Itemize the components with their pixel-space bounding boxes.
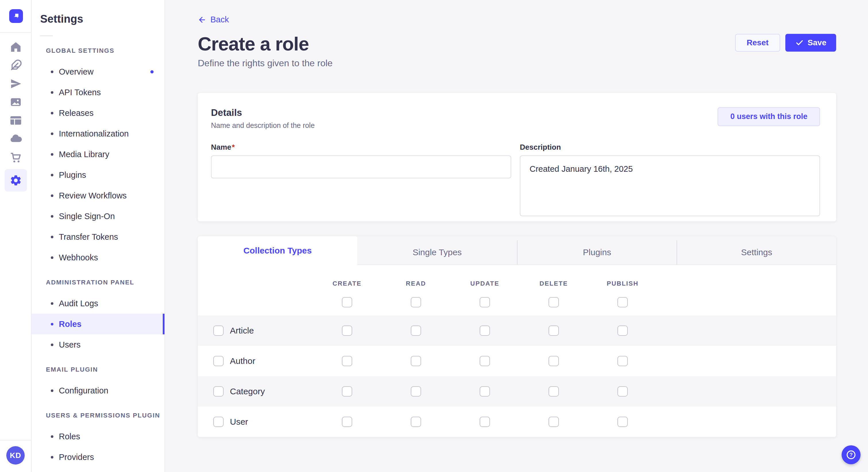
permissions-card: Collection Types Single Types Plugins Se… (198, 236, 836, 437)
sidebar-item-single-sign-on[interactable]: Single Sign-On (32, 206, 164, 227)
category-update-checkbox[interactable] (479, 386, 490, 397)
sidebar-item-internationalization[interactable]: Internationalization (32, 123, 164, 144)
article-read-checkbox[interactable] (411, 326, 421, 336)
bullet (51, 343, 53, 346)
sidebar-item-releases[interactable]: Releases (32, 103, 164, 123)
name-field-group: Name* (211, 143, 511, 217)
check-icon (795, 38, 804, 47)
sidebar-item-users[interactable]: Users (32, 334, 164, 355)
avatar[interactable]: KD (6, 446, 25, 465)
save-button[interactable]: Save (785, 34, 836, 52)
category-create-checkbox[interactable] (342, 386, 352, 397)
category-read-checkbox[interactable] (411, 386, 421, 397)
article-update-checkbox[interactable] (479, 326, 490, 336)
author-publish-checkbox[interactable] (617, 356, 628, 366)
name-input[interactable] (211, 156, 511, 178)
category-delete-checkbox[interactable] (549, 386, 559, 397)
bullet (51, 390, 53, 392)
details-fields: Name* Description Created January 16th, … (211, 143, 820, 217)
permissions-header-row: CREATE READ UPDATE DELETE PUBLISH (198, 280, 836, 287)
row-select-user-checkbox[interactable] (213, 417, 224, 427)
settings-sidebar: Settings GLOBAL SETTINGS Overview API To… (32, 0, 165, 472)
description-label: Description (520, 143, 820, 151)
tab-plugins[interactable]: Plugins (517, 240, 677, 265)
help-button[interactable]: ? (842, 445, 861, 464)
row-label: Article (230, 326, 254, 336)
sidebar-item-review-workflows[interactable]: Review Workflows (32, 185, 164, 206)
strapi-logo[interactable] (9, 9, 23, 23)
bullet (51, 456, 53, 459)
rail-divider (0, 32, 32, 33)
sidebar-item-media-library[interactable]: Media Library (32, 144, 164, 165)
required-asterisk: * (232, 143, 235, 151)
back-link[interactable]: Back (198, 15, 229, 24)
user-update-checkbox[interactable] (479, 417, 490, 427)
select-all-delete-checkbox[interactable] (549, 297, 559, 307)
sidebar-item-transfer-tokens[interactable]: Transfer Tokens (32, 227, 164, 247)
question-mark-icon: ? (845, 449, 857, 461)
select-all-read-checkbox[interactable] (411, 297, 421, 307)
section-label: GLOBAL SETTINGS (46, 46, 164, 55)
select-all-create-checkbox[interactable] (342, 297, 352, 307)
cloud-icon[interactable] (4, 133, 27, 145)
user-create-checkbox[interactable] (342, 417, 352, 427)
media-library-icon[interactable] (4, 96, 27, 108)
strapi-logo-glyph (12, 12, 20, 20)
row-select-article-checkbox[interactable] (213, 326, 224, 336)
description-field-group: Description Created January 16th, 2025 (520, 143, 820, 217)
bullet (51, 91, 53, 94)
tab-single-types[interactable]: Single Types (358, 240, 517, 265)
sidebar-item-roles-up[interactable]: Roles (32, 426, 164, 447)
notification-dot (150, 70, 154, 73)
paper-plane-icon[interactable] (4, 77, 27, 90)
user-publish-checkbox[interactable] (617, 417, 628, 427)
select-all-update-checkbox[interactable] (479, 297, 490, 307)
sidebar-item-webhooks[interactable]: Webhooks (32, 247, 164, 268)
users-with-role-button[interactable]: 0 users with this role (718, 107, 820, 126)
section-global-settings: GLOBAL SETTINGS Overview API Tokens Rele… (32, 46, 164, 268)
arrow-left-icon (198, 15, 206, 24)
column-header-read: READ (381, 280, 451, 287)
cart-icon[interactable] (4, 151, 27, 164)
article-publish-checkbox[interactable] (617, 326, 628, 336)
sidebar-item-audit-logs[interactable]: Audit Logs (32, 293, 164, 314)
article-delete-checkbox[interactable] (549, 326, 559, 336)
author-update-checkbox[interactable] (479, 356, 490, 366)
section-administration-panel: ADMINISTRATION PANEL Audit Logs Roles Us… (32, 278, 164, 355)
user-read-checkbox[interactable] (411, 417, 421, 427)
sidebar-item-providers[interactable]: Providers (32, 447, 164, 467)
sidebar-item-plugins[interactable]: Plugins (32, 165, 164, 185)
name-label: Name* (211, 143, 511, 151)
select-all-publish-checkbox[interactable] (617, 297, 628, 307)
description-textarea[interactable]: Created January 16th, 2025 (520, 156, 820, 216)
feather-icon[interactable] (4, 59, 27, 72)
column-header-create: CREATE (313, 280, 381, 287)
bullet (51, 236, 53, 238)
user-delete-checkbox[interactable] (549, 417, 559, 427)
home-icon[interactable] (4, 41, 27, 53)
author-read-checkbox[interactable] (411, 356, 421, 366)
author-create-checkbox[interactable] (342, 356, 352, 366)
article-create-checkbox[interactable] (342, 326, 352, 336)
tab-settings[interactable]: Settings (677, 240, 836, 265)
section-label: EMAIL PLUGIN (46, 365, 164, 374)
reset-button[interactable]: Reset (735, 34, 780, 52)
author-delete-checkbox[interactable] (549, 356, 559, 366)
tab-collection-types[interactable]: Collection Types (198, 236, 358, 265)
section-users-permissions-plugin: USERS & PERMISSIONS PLUGIN Roles Provide… (32, 411, 164, 467)
category-publish-checkbox[interactable] (617, 386, 628, 397)
column-header-publish: PUBLISH (588, 280, 657, 287)
sidebar-item-api-tokens[interactable]: API Tokens (32, 82, 164, 103)
row-select-category-checkbox[interactable] (213, 386, 224, 397)
row-select-author-checkbox[interactable] (213, 356, 224, 366)
header-actions: Reset Save (735, 34, 836, 52)
column-header-update: UPDATE (451, 280, 519, 287)
icon-rail: KD (0, 0, 32, 472)
layout-icon[interactable] (4, 114, 27, 127)
table-row-article: Article (198, 315, 836, 346)
sidebar-item-configuration[interactable]: Configuration (32, 380, 164, 401)
sidebar-item-roles-admin[interactable]: Roles (32, 314, 164, 334)
gear-icon[interactable] (5, 169, 27, 192)
section-email-plugin: EMAIL PLUGIN Configuration (32, 365, 164, 401)
sidebar-item-overview[interactable]: Overview (32, 61, 164, 82)
